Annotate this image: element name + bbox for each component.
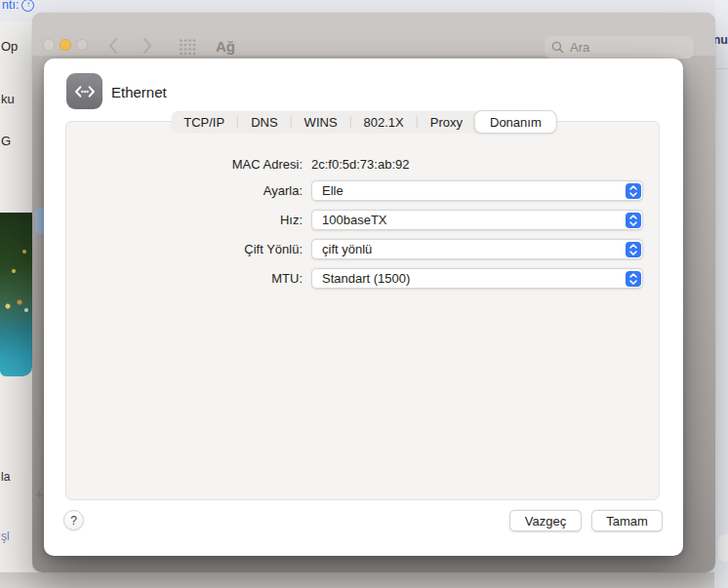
- popup-stepper-icon: [626, 183, 641, 199]
- circle-up-arrow-icon: ↑: [21, 0, 34, 12]
- tab-bar: TCP/IP DNS WINS 802.1X Proxy Donanım: [171, 111, 556, 133]
- ethernet-sheet: Ethernet TCP/IP DNS WINS 802.1X Proxy Do…: [44, 59, 683, 556]
- background-photo: [0, 213, 32, 376]
- tab-tcpip[interactable]: TCP/IP: [171, 111, 237, 133]
- configure-select[interactable]: Elle: [311, 180, 643, 201]
- configure-label: Ayarla:: [83, 183, 303, 198]
- background-link-text: ntı:: [2, 0, 19, 12]
- tab-donanim[interactable]: Donanım: [475, 111, 556, 133]
- desktop-bottom-strip: [0, 572, 728, 588]
- desktop: ntı: ↑ Op ku G la şl onu: [0, 0, 728, 588]
- tab-proxy[interactable]: Proxy: [418, 111, 475, 133]
- mtu-row: MTU: Standart (1500): [83, 268, 643, 289]
- configure-value: Elle: [312, 183, 344, 198]
- speed-select[interactable]: 100baseTX: [311, 210, 643, 230]
- show-all-grid-icon[interactable]: [179, 38, 196, 56]
- mtu-select[interactable]: Standart (1500): [311, 268, 643, 289]
- search-field[interactable]: [545, 36, 694, 59]
- mac-address-label: MAC Adresi:: [83, 157, 303, 172]
- back-icon[interactable]: [107, 37, 119, 55]
- search-icon: [551, 41, 564, 54]
- window-title: Ağ: [216, 38, 235, 55]
- background-divider: [714, 68, 728, 69]
- configure-row: Ayarla: Elle: [83, 180, 643, 201]
- window-toolbar: Ağ: [32, 13, 715, 56]
- tab-wins[interactable]: WINS: [292, 111, 350, 133]
- duplex-row: Çift Yönlü: çift yönlü: [83, 239, 643, 259]
- background-window-right: [714, 0, 728, 588]
- background-text: şl: [1, 529, 10, 543]
- popup-stepper-icon: [626, 271, 641, 287]
- tab-8021x[interactable]: 802.1X: [351, 111, 417, 133]
- background-link: ntı: ↑: [2, 0, 34, 12]
- popup-stepper-icon: [626, 213, 641, 228]
- speed-value: 100baseTX: [312, 213, 387, 227]
- search-input[interactable]: [568, 39, 679, 56]
- tab-content-panel: [65, 121, 660, 500]
- service-name: Ethernet: [111, 84, 167, 100]
- duplex-label: Çift Yönlü:: [83, 242, 303, 256]
- speed-label: Hız:: [83, 213, 303, 227]
- mac-address-row: MAC Adresi: 2c:f0:5d:73:ab:92: [83, 157, 409, 172]
- background-button-fragment: [718, 534, 728, 562]
- mtu-value: Standart (1500): [312, 271, 410, 286]
- speed-row: Hız: 100baseTX: [83, 210, 643, 230]
- forward-icon[interactable]: [142, 37, 153, 55]
- duplex-select[interactable]: çift yönlü: [311, 239, 643, 259]
- zoom-button[interactable]: [76, 39, 88, 51]
- mtu-label: MTU:: [83, 271, 303, 286]
- minimize-button[interactable]: [60, 39, 71, 51]
- ok-button[interactable]: Tamam: [591, 510, 663, 531]
- background-text: Op: [1, 39, 18, 54]
- help-button[interactable]: ?: [63, 510, 84, 530]
- ethernet-icon: [66, 73, 102, 109]
- close-button[interactable]: [43, 39, 55, 51]
- background-text: ku: [1, 92, 15, 106]
- background-text: G: [1, 134, 11, 148]
- tab-dns[interactable]: DNS: [238, 111, 290, 133]
- duplex-value: çift yönlü: [312, 242, 372, 256]
- mac-address-value: 2c:f0:5d:73:ab:92: [311, 157, 409, 172]
- cancel-button[interactable]: Vazgeç: [509, 510, 582, 531]
- popup-stepper-icon: [626, 242, 641, 257]
- background-text: la: [1, 470, 10, 484]
- network-window: Ağ + Ethernet: [32, 13, 715, 572]
